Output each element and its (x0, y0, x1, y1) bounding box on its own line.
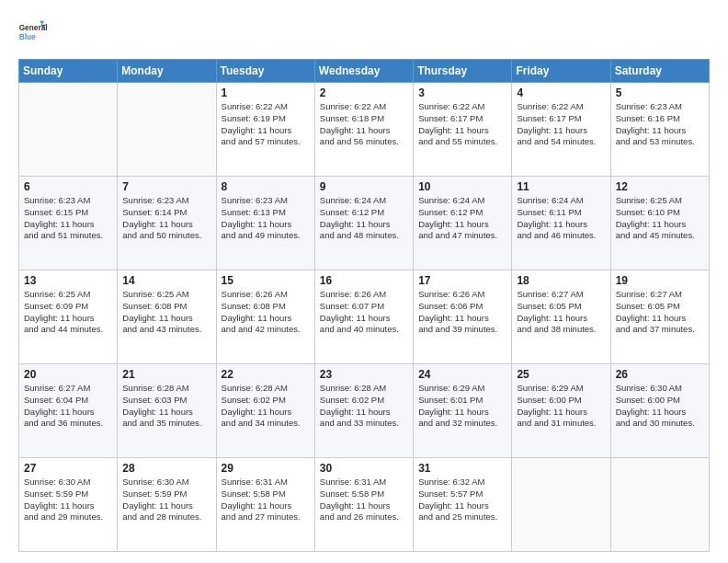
daylight-minutes: and and 35 minutes. (122, 418, 210, 430)
calendar-cell: 1Sunrise: 6:22 AMSunset: 6:19 PMDaylight… (216, 83, 314, 177)
sunset-text: Sunset: 6:00 PM (616, 395, 704, 407)
calendar-week-4: 20Sunrise: 6:27 AMSunset: 6:04 PMDayligh… (19, 364, 710, 458)
daylight-minutes: and and 51 minutes. (24, 230, 112, 242)
daylight-text: Daylight: 11 hours (517, 219, 605, 231)
sunset-text: Sunset: 6:00 PM (517, 395, 605, 407)
day-number: 12 (616, 180, 704, 193)
day-number: 10 (418, 180, 506, 193)
logo: General Blue (18, 15, 48, 50)
sunset-text: Sunset: 6:14 PM (122, 207, 210, 219)
day-number: 19 (616, 274, 704, 287)
sunset-text: Sunset: 6:07 PM (320, 301, 408, 313)
daylight-text: Daylight: 11 hours (222, 407, 310, 419)
sunset-text: Sunset: 6:01 PM (418, 395, 506, 407)
sunrise-text: Sunrise: 6:27 AM (24, 383, 112, 395)
calendar-cell: 6Sunrise: 6:23 AMSunset: 6:15 PMDaylight… (19, 177, 118, 270)
sunrise-text: Sunrise: 6:23 AM (24, 195, 112, 207)
svg-text:Blue: Blue (19, 32, 36, 41)
day-number: 30 (320, 462, 408, 475)
calendar-cell: 2Sunrise: 6:22 AMSunset: 6:18 PMDaylight… (314, 83, 413, 177)
daylight-minutes: and and 49 minutes. (222, 230, 310, 242)
calendar-cell: 31Sunrise: 6:32 AMSunset: 5:57 PMDayligh… (414, 458, 512, 552)
sunrise-text: Sunrise: 6:28 AM (320, 383, 408, 395)
day-number: 8 (222, 180, 310, 193)
sunset-text: Sunset: 6:05 PM (517, 301, 605, 313)
sunrise-text: Sunrise: 6:22 AM (222, 101, 310, 113)
day-number: 11 (517, 180, 605, 193)
daylight-minutes: and and 54 minutes. (517, 136, 605, 148)
daylight-text: Daylight: 11 hours (24, 313, 112, 325)
calendar-cell: 22Sunrise: 6:28 AMSunset: 6:02 PMDayligh… (216, 364, 314, 458)
daylight-minutes: and and 55 minutes. (418, 136, 506, 148)
day-number: 21 (122, 368, 210, 381)
sunrise-text: Sunrise: 6:28 AM (122, 383, 210, 395)
sunrise-text: Sunrise: 6:23 AM (122, 195, 210, 207)
calendar-cell: 17Sunrise: 6:26 AMSunset: 6:06 PMDayligh… (414, 270, 512, 364)
col-header-monday: Monday (118, 60, 216, 83)
sunset-text: Sunset: 6:17 PM (418, 113, 506, 125)
daylight-minutes: and and 27 minutes. (222, 511, 310, 523)
day-number: 15 (222, 274, 310, 287)
daylight-minutes: and and 44 minutes. (24, 324, 112, 336)
daylight-text: Daylight: 11 hours (320, 500, 408, 512)
calendar-cell: 29Sunrise: 6:31 AMSunset: 5:58 PMDayligh… (216, 458, 314, 552)
sunrise-text: Sunrise: 6:25 AM (122, 289, 210, 301)
daylight-text: Daylight: 11 hours (418, 407, 506, 419)
col-header-sunday: Sunday (19, 60, 118, 83)
sunset-text: Sunset: 6:15 PM (24, 207, 112, 219)
day-number: 26 (616, 368, 704, 381)
sunset-text: Sunset: 6:08 PM (222, 301, 310, 313)
col-header-friday: Friday (512, 60, 610, 83)
calendar-cell (512, 458, 610, 552)
daylight-minutes: and and 50 minutes. (122, 230, 210, 242)
calendar-cell: 26Sunrise: 6:30 AMSunset: 6:00 PMDayligh… (610, 364, 709, 458)
calendar-cell: 30Sunrise: 6:31 AMSunset: 5:58 PMDayligh… (314, 458, 413, 552)
daylight-text: Daylight: 11 hours (418, 219, 506, 231)
calendar-cell: 14Sunrise: 6:25 AMSunset: 6:08 PMDayligh… (118, 270, 216, 364)
daylight-text: Daylight: 11 hours (222, 219, 310, 231)
day-number: 16 (320, 274, 408, 287)
sunset-text: Sunset: 6:13 PM (222, 207, 310, 219)
sunset-text: Sunset: 6:02 PM (320, 395, 408, 407)
calendar-cell: 23Sunrise: 6:28 AMSunset: 6:02 PMDayligh… (314, 364, 413, 458)
sunset-text: Sunset: 6:02 PM (222, 395, 310, 407)
calendar-cell: 11Sunrise: 6:24 AMSunset: 6:11 PMDayligh… (512, 177, 610, 270)
daylight-text: Daylight: 11 hours (517, 313, 605, 325)
daylight-text: Daylight: 11 hours (320, 125, 408, 137)
sunset-text: Sunset: 6:09 PM (24, 301, 112, 313)
col-header-thursday: Thursday (414, 60, 512, 83)
sunrise-text: Sunrise: 6:29 AM (517, 383, 605, 395)
daylight-minutes: and and 32 minutes. (418, 418, 506, 430)
calendar-cell: 21Sunrise: 6:28 AMSunset: 6:03 PMDayligh… (118, 364, 216, 458)
sunset-text: Sunset: 6:06 PM (418, 301, 506, 313)
daylight-minutes: and and 29 minutes. (24, 511, 112, 523)
day-number: 23 (320, 368, 408, 381)
calendar-cell: 3Sunrise: 6:22 AMSunset: 6:17 PMDaylight… (414, 83, 512, 177)
calendar-cell: 18Sunrise: 6:27 AMSunset: 6:05 PMDayligh… (512, 270, 610, 364)
daylight-minutes: and and 56 minutes. (320, 136, 408, 148)
daylight-minutes: and and 25 minutes. (418, 511, 506, 523)
day-number: 14 (122, 274, 210, 287)
sunset-text: Sunset: 5:58 PM (320, 488, 408, 500)
sunset-text: Sunset: 5:58 PM (222, 488, 310, 500)
daylight-text: Daylight: 11 hours (24, 407, 112, 419)
calendar-table: SundayMondayTuesdayWednesdayThursdayFrid… (18, 59, 710, 552)
sunrise-text: Sunrise: 6:25 AM (616, 195, 704, 207)
sunrise-text: Sunrise: 6:29 AM (418, 383, 506, 395)
day-number: 24 (418, 368, 506, 381)
sunset-text: Sunset: 5:59 PM (24, 488, 112, 500)
day-number: 9 (320, 180, 408, 193)
calendar-cell: 12Sunrise: 6:25 AMSunset: 6:10 PMDayligh… (610, 177, 709, 270)
day-number: 25 (517, 368, 605, 381)
sunrise-text: Sunrise: 6:25 AM (24, 289, 112, 301)
daylight-text: Daylight: 11 hours (222, 125, 310, 137)
logo-svg: General Blue (18, 15, 48, 50)
calendar-cell: 9Sunrise: 6:24 AMSunset: 6:12 PMDaylight… (314, 177, 413, 270)
sunset-text: Sunset: 6:16 PM (616, 113, 704, 125)
daylight-minutes: and and 48 minutes. (320, 230, 408, 242)
calendar-cell: 28Sunrise: 6:30 AMSunset: 5:59 PMDayligh… (118, 458, 216, 552)
sunrise-text: Sunrise: 6:31 AM (320, 477, 408, 488)
daylight-text: Daylight: 11 hours (320, 219, 408, 231)
daylight-minutes: and and 33 minutes. (320, 418, 408, 430)
sunrise-text: Sunrise: 6:24 AM (320, 195, 408, 207)
